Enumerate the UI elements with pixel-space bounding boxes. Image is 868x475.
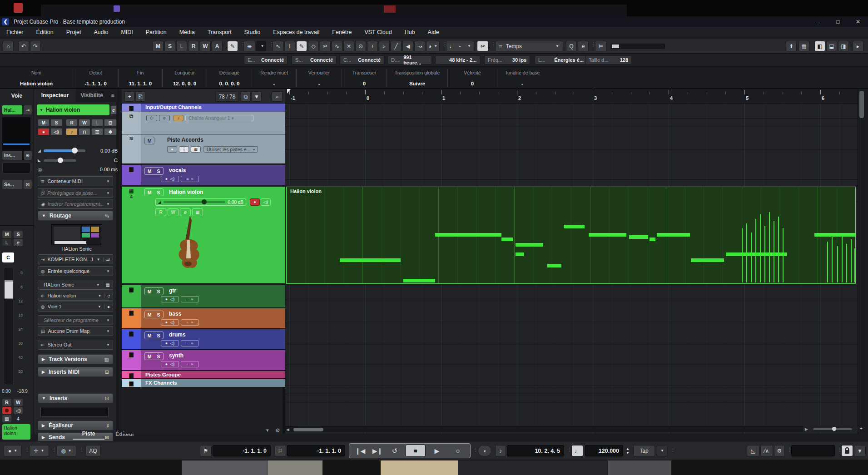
inspector-track-header[interactable]: ▼Halion violon [37, 104, 109, 115]
section-inserts-midi[interactable]: ▶Inserts MIDI⊟ [38, 367, 113, 377]
range-tool-icon[interactable]: I [284, 41, 295, 51]
track-cha-ne-arrangeur-1[interactable]: ⧉⏻e♪Chaîne Arrangeur 1 ▾ [122, 112, 285, 134]
scroll-left-icon[interactable]: ◀ [286, 427, 289, 432]
track-input-output-channels[interactable]: ▆Input/Output Channels [122, 104, 285, 112]
quantize-e-icon[interactable]: e [578, 41, 589, 51]
midi-region-halion-violon[interactable]: Halion violon [286, 187, 856, 284]
voie-fader-cap[interactable] [5, 280, 13, 299]
chord-mixer-icon[interactable]: ⫶⫶ [179, 146, 189, 153]
track-folder-icon[interactable]: ▆ [122, 379, 141, 387]
left-zone-toggle-icon[interactable]: ◧ [814, 41, 825, 51]
mixer-icon[interactable]: ▦ [799, 41, 809, 51]
track-pistes-groupe[interactable]: ▆Pistes Groupe [122, 371, 285, 379]
midi-note[interactable] [726, 252, 787, 256]
tempo-spinner[interactable]: ▲▼ [624, 445, 631, 456]
timebase-icon[interactable]: = ≈ [181, 361, 199, 367]
minimize-button[interactable]: ─ [808, 16, 828, 27]
midi-note[interactable] [814, 233, 856, 237]
combine-select-dropdown[interactable]: ▼ [256, 41, 266, 51]
midi-note[interactable] [760, 214, 761, 282]
midi-note[interactable] [832, 237, 833, 282]
go-to-start-button[interactable]: ❙◀ [352, 445, 368, 456]
chord-pads-icon[interactable]: ⊞ [191, 146, 201, 153]
midi-note[interactable] [774, 221, 774, 282]
redo-icon[interactable]: ↷ [30, 41, 41, 51]
record-enable-icon[interactable]: ● ◁) [161, 319, 179, 326]
record-enable-icon[interactable]: ● ◁) [161, 340, 179, 346]
delay-value[interactable]: 0.00 ms [100, 167, 118, 172]
menu-partition[interactable]: Partition [139, 27, 173, 38]
info-value[interactable]: 0. 0. 0. 0 [219, 81, 240, 86]
timebase-icon[interactable]: = ≈ [181, 176, 199, 182]
track-folder-icon[interactable]: ▦4 [122, 187, 141, 283]
snap-icon[interactable]: ⊨ [595, 41, 607, 51]
status-chip-2[interactable]: C...Connecté [340, 55, 384, 64]
midi-note[interactable] [846, 244, 847, 282]
voie-channel-button[interactable]: Hal... [2, 105, 22, 114]
menu-fichier[interactable]: Fichier [0, 27, 30, 38]
menu-média[interactable]: Média [173, 27, 201, 38]
nudge-icon[interactable]: ◕▼ [426, 41, 440, 51]
close-button[interactable]: ✕ [848, 16, 868, 27]
menu-hub[interactable]: Hub [398, 27, 422, 38]
mute-button[interactable]: M [145, 311, 154, 318]
color-tool-icon[interactable]: ↝ [414, 41, 425, 51]
menu-espaces-de-travail[interactable]: Espaces de travail [267, 27, 326, 38]
voie-tab[interactable]: Voie [0, 89, 34, 99]
maximize-button[interactable]: □ [828, 16, 848, 27]
volume-slider[interactable] [44, 149, 85, 152]
arranger-musical-icon[interactable]: ♪ [174, 115, 184, 121]
tempo-value[interactable]: 120.000 [585, 445, 623, 456]
right-locator-value[interactable]: -1. 1. 1. 0 [287, 445, 345, 456]
mute-button[interactable]: M [145, 288, 154, 295]
midi-note[interactable] [764, 226, 765, 282]
track-halion-violon[interactable]: ▦4MSHalion violon◢0.00 dB●◁)RWe▦ [122, 187, 285, 284]
aq-button[interactable]: AQ [85, 445, 101, 456]
lock-icon[interactable] [841, 445, 853, 456]
voie-sends-icon[interactable]: ⊠ [24, 180, 32, 189]
routing-s-lecteur-de-programme[interactable]: Sélecteur de programme▼ [38, 315, 113, 325]
split-tool-icon[interactable]: ✂ [320, 41, 331, 51]
menu-audio[interactable]: Audio [87, 27, 114, 38]
track-gtr[interactable]: ▆MSgtr● ◁)= ≈ [122, 285, 285, 308]
track-list-settings-icon[interactable]: ⚙ [275, 427, 283, 435]
midi-note[interactable] [657, 233, 690, 237]
iterative-quantize-icon[interactable]: ✂ [477, 41, 489, 51]
project-start-marker[interactable] [287, 89, 291, 94]
global-w-button[interactable]: W [200, 41, 211, 51]
insert-slot-empty[interactable] [40, 407, 109, 417]
status-chip-3[interactable]: D...991 heure... [387, 55, 432, 64]
global-l-button[interactable]: L [176, 41, 187, 51]
record-enable-icon[interactable]: ● ◁) [161, 296, 179, 302]
precount-icon[interactable]: ◺ [747, 445, 759, 456]
voie-inserts-button[interactable]: Ins... [2, 151, 22, 160]
solo-button[interactable]: S [154, 311, 163, 318]
routing-entr-e-quelconque[interactable]: ◍Entrée quelconque▼ [38, 266, 113, 276]
grid-slider-knob[interactable] [612, 45, 619, 48]
track-folder-icon[interactable]: ▆ [122, 329, 141, 349]
mute-tool-icon[interactable]: ✕ [343, 41, 354, 51]
midi-note[interactable] [516, 252, 524, 256]
info-value[interactable]: 12. 0. 0. 0 [173, 81, 196, 86]
hub-icon[interactable]: ⌂ [3, 41, 14, 51]
voie-mute-button[interactable]: M [2, 231, 11, 238]
midi-note[interactable] [755, 219, 756, 282]
track-filter-icon[interactable]: ▼ [252, 91, 262, 102]
section-routage[interactable]: ▼Routage⇆ [38, 211, 113, 221]
left-locator-flag-icon[interactable]: ⚑ [200, 445, 212, 456]
filter-icon[interactable]: ▼ [854, 445, 866, 456]
metronome-setup-icon[interactable]: ⚙ [774, 445, 785, 456]
voie-inserts-icon[interactable]: ⊕ [24, 151, 32, 160]
mute-button[interactable]: M [145, 332, 154, 339]
play-button[interactable]: ▶ [427, 445, 446, 456]
midi-note[interactable] [783, 228, 784, 282]
metronome-icon[interactable]: ⁄∧ [760, 445, 773, 456]
position-note-icon[interactable]: ♪ [495, 445, 506, 456]
inspector-edit-icon[interactable]: e [110, 105, 117, 114]
grid-type-dropdown[interactable]: ⌗Temps▼ [495, 41, 563, 51]
vertical-zoom-icon[interactable]: + [860, 426, 863, 431]
track-folder-icon[interactable]: ⧉ [122, 112, 141, 134]
midi-note[interactable] [629, 235, 648, 239]
midi-note[interactable] [837, 246, 838, 282]
inspector-menu-icon[interactable]: ≡ [108, 89, 118, 102]
